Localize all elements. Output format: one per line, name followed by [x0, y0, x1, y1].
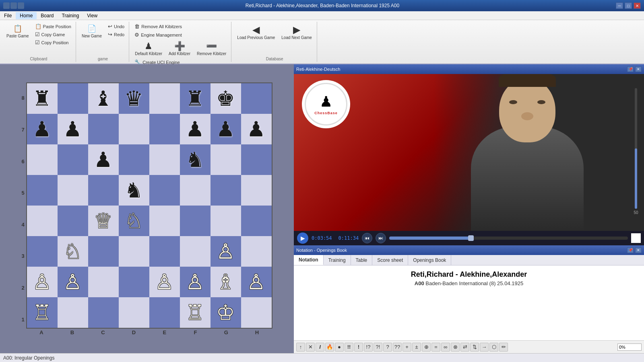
chess-square-b7[interactable]: ♟ — [58, 114, 88, 144]
chess-square-c6[interactable]: ♟ — [88, 144, 119, 175]
paste-game-button[interactable]: 📋 Paste Game — [4, 23, 31, 40]
tab-training[interactable]: Training — [324, 255, 351, 265]
chess-square-a6[interactable] — [27, 144, 58, 175]
undo-button[interactable]: ↩ Undo — [106, 23, 126, 30]
infinity-tool[interactable]: ∞ — [441, 343, 450, 352]
exclaim-question-tool[interactable]: !? — [364, 343, 373, 352]
arrows-h-tool[interactable]: ⇄ — [460, 343, 469, 352]
chess-square-f3[interactable] — [180, 236, 211, 267]
chess-square-d3[interactable] — [119, 236, 149, 267]
plusminus-tool[interactable]: ± — [412, 343, 421, 352]
chess-square-e3[interactable] — [149, 236, 180, 267]
chess-square-g3[interactable]: ♙ — [211, 236, 241, 267]
plus-tool[interactable]: + — [402, 343, 411, 352]
chess-square-c1[interactable] — [88, 297, 119, 328]
chess-square-e8[interactable] — [149, 83, 180, 114]
remove-kibitzer-button[interactable]: ➖ Remove Kibitzer — [194, 39, 229, 58]
chess-square-c8[interactable]: ♝ — [88, 83, 119, 114]
new-game-button[interactable]: 📄 New Game — [79, 23, 104, 40]
chess-square-f8[interactable]: ♜ — [180, 83, 211, 114]
video-close-button[interactable]: ✕ — [635, 66, 642, 72]
tab-notation[interactable]: Notation — [294, 255, 324, 265]
double-exclaim-tool[interactable]: !! — [345, 343, 353, 352]
chess-square-c2[interactable] — [88, 267, 119, 297]
equals-tool[interactable]: = — [431, 343, 440, 352]
load-prev-button[interactable]: ◀ Load Previous Game — [235, 23, 277, 41]
chess-square-e1[interactable] — [149, 297, 180, 328]
tab-table[interactable]: Table — [351, 255, 373, 265]
chess-board[interactable]: ♜♝♛♜♚♟♟♟♟♟♟♞♞♕♘♘♙♙♙♙♙♗♙♖♖♔ — [26, 82, 272, 329]
chess-square-h3[interactable] — [241, 236, 272, 267]
chess-square-c7[interactable] — [88, 114, 119, 144]
fast-forward-button[interactable]: ⏭ — [376, 233, 386, 243]
chess-square-b1[interactable] — [58, 297, 88, 328]
copy-position-button[interactable]: ☑ Copy Position — [33, 39, 73, 46]
chess-square-d6[interactable] — [119, 144, 149, 175]
chess-square-f2[interactable]: ♙ — [180, 267, 211, 297]
chess-square-d7[interactable] — [119, 114, 149, 144]
rewind-button[interactable]: ⏮ — [362, 233, 372, 243]
circled-times-tool[interactable]: ⊗ — [451, 343, 460, 352]
notation-pin-button[interactable]: 📌 — [627, 247, 634, 253]
chess-square-d8[interactable]: ♛ — [119, 83, 149, 114]
menu-file[interactable]: File — [0, 12, 16, 19]
chess-square-b4[interactable] — [58, 206, 88, 236]
chess-square-h2[interactable]: ♙ — [241, 267, 272, 297]
chess-square-a1[interactable]: ♖ — [27, 297, 58, 328]
question-tool[interactable]: ? — [383, 343, 392, 352]
chess-square-d5[interactable]: ♞ — [119, 175, 149, 206]
chess-square-h1[interactable] — [241, 297, 272, 328]
chess-square-g7[interactable]: ♟ — [211, 114, 241, 144]
bullet-tool[interactable]: ● — [335, 343, 344, 352]
chess-square-c4[interactable]: ♕ — [88, 206, 119, 236]
chess-square-b5[interactable] — [58, 175, 88, 206]
chess-square-e2[interactable]: ♙ — [149, 267, 180, 297]
pct-input[interactable] — [617, 343, 642, 351]
arrow-right-tool[interactable]: → — [480, 343, 489, 352]
chess-square-a5[interactable] — [27, 175, 58, 206]
chess-square-e6[interactable] — [149, 144, 180, 175]
video-pin-button[interactable]: 📌 — [627, 66, 634, 72]
add-kibitzer-button[interactable]: ➕ Add Kibitzer — [166, 39, 193, 58]
chess-square-a4[interactable] — [27, 206, 58, 236]
question-exclaim-tool[interactable]: ?! — [374, 343, 382, 352]
maximize-button[interactable]: □ — [625, 2, 632, 9]
chess-square-b6[interactable] — [58, 144, 88, 175]
copy-game-button[interactable]: ☑ Copy Game — [33, 31, 73, 38]
chess-square-g6[interactable] — [211, 144, 241, 175]
progress-thumb[interactable] — [468, 235, 474, 241]
notation-close-button[interactable]: ✕ — [635, 247, 642, 253]
chess-square-f1[interactable]: ♖ — [180, 297, 211, 328]
chess-square-g5[interactable] — [211, 175, 241, 206]
chess-square-g2[interactable]: ♗ — [211, 267, 241, 297]
play-button[interactable]: ▶ — [297, 232, 308, 244]
default-kibitzer-button[interactable]: ♟ Default Kibitzer — [132, 39, 165, 58]
volume-slider[interactable]: 50 — [632, 86, 640, 215]
close-button[interactable]: ✕ — [634, 2, 641, 9]
remove-all-kibitzers-button[interactable]: 🗑 Remove All Kibitzers — [132, 23, 229, 30]
chess-square-e5[interactable] — [149, 175, 180, 206]
chess-square-a2[interactable]: ♙ — [27, 267, 58, 297]
chess-square-d2[interactable] — [119, 267, 149, 297]
chess-square-c5[interactable] — [88, 175, 119, 206]
italic-tool[interactable]: I — [316, 343, 324, 352]
chess-square-g4[interactable] — [211, 206, 241, 236]
chess-square-g8[interactable]: ♚ — [211, 83, 241, 114]
fire-tool[interactable]: 🔥 — [325, 343, 334, 352]
chess-square-d1[interactable] — [119, 297, 149, 328]
chess-square-b8[interactable] — [58, 83, 88, 114]
paste-position-button[interactable]: 📋 Paste Position — [33, 23, 73, 30]
chess-square-a7[interactable]: ♟ — [27, 114, 58, 144]
chess-square-f4[interactable] — [180, 206, 211, 236]
delete-tool[interactable]: ✕ — [306, 343, 315, 352]
chess-square-e4[interactable] — [149, 206, 180, 236]
chess-square-a3[interactable] — [27, 236, 58, 267]
load-next-button[interactable]: ▶ Load Next Game — [279, 23, 314, 41]
chess-square-h7[interactable]: ♟ — [241, 114, 272, 144]
chess-square-c3[interactable] — [88, 236, 119, 267]
menu-home[interactable]: Home — [16, 12, 37, 19]
chess-square-g1[interactable]: ♔ — [211, 297, 241, 328]
chess-square-f7[interactable]: ♟ — [180, 114, 211, 144]
volume-icon[interactable] — [631, 233, 641, 243]
menu-view[interactable]: View — [83, 12, 101, 19]
